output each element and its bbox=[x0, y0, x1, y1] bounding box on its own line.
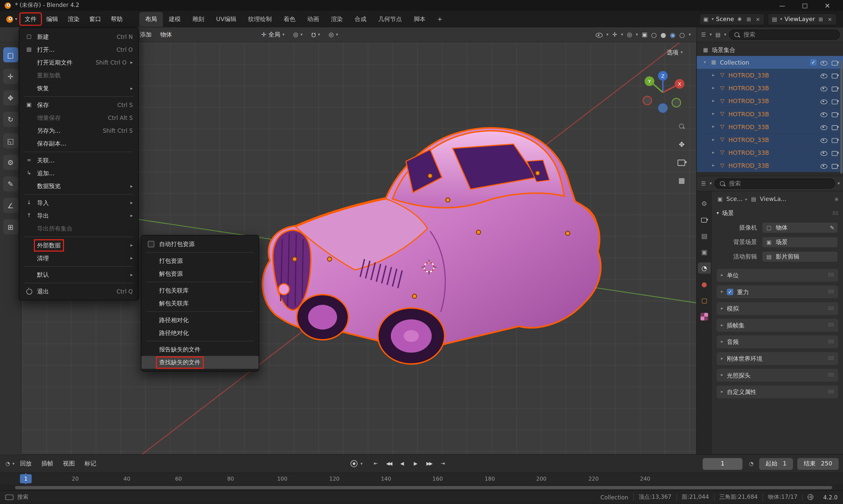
tab-compositing[interactable]: 合成 bbox=[349, 12, 373, 27]
menu-item-report-missing-files[interactable]: 报告缺失的文件 bbox=[141, 343, 258, 356]
hide-viewport-icon[interactable] bbox=[820, 59, 827, 66]
section-rigid-body-world[interactable]: 刚体世界环境 ⠿⠿ bbox=[717, 352, 838, 365]
menu-item-pack-resources[interactable]: 打包资源 bbox=[141, 254, 258, 267]
frame-start-field[interactable]: 起始 1 bbox=[759, 458, 793, 470]
shading-rendered-icon[interactable] bbox=[679, 31, 685, 38]
prev-keyframe-button[interactable] bbox=[382, 458, 395, 469]
camera-field[interactable]: 物体 bbox=[762, 222, 838, 233]
properties-tab-texture[interactable] bbox=[698, 311, 711, 322]
menu-item-defaults[interactable]: 默认 bbox=[19, 268, 138, 281]
scene-selector[interactable]: Scene bbox=[699, 13, 765, 25]
pin-icon[interactable] bbox=[835, 197, 838, 202]
pan-hand-icon[interactable] bbox=[675, 138, 688, 150]
outliner-scrollbar[interactable] bbox=[840, 60, 843, 174]
section-keying-sets[interactable]: 插帧集 ⠿⠿ bbox=[717, 319, 838, 332]
menu-item-export-all-collections[interactable]: 导出所有集合 bbox=[19, 222, 138, 235]
timeline-scrollbar[interactable] bbox=[0, 484, 843, 490]
section-light-probes[interactable]: 光照探头 ⠿⠿ bbox=[717, 369, 838, 382]
hide-viewport-icon[interactable] bbox=[820, 110, 827, 117]
properties-tab-render[interactable] bbox=[698, 214, 711, 225]
tab-animation[interactable]: 动画 bbox=[301, 12, 325, 27]
gizmo-x-neg[interactable] bbox=[643, 96, 651, 105]
scrollbar-thumb[interactable] bbox=[15, 486, 832, 489]
xray-toggle-icon[interactable] bbox=[642, 32, 647, 38]
properties-tab-tool[interactable] bbox=[698, 198, 711, 209]
menu-item-recover[interactable]: 恢复 bbox=[19, 82, 138, 94]
navigation-gizmo[interactable]: Z Y X bbox=[639, 68, 687, 116]
unlink-scene-icon[interactable] bbox=[754, 16, 761, 22]
object-row[interactable]: HOTROD_33B bbox=[697, 107, 843, 120]
menu-file[interactable]: 文件 bbox=[20, 13, 41, 25]
tab-uv-editing[interactable]: UV编辑 bbox=[210, 12, 242, 27]
expand-icon[interactable] bbox=[711, 112, 716, 116]
menu-item-export[interactable]: 导出 bbox=[19, 209, 138, 222]
playback-menu[interactable]: 回放 bbox=[16, 457, 36, 470]
menu-item-pack-linked-libraries[interactable]: 打包关联库 bbox=[141, 284, 258, 297]
disable-render-icon[interactable] bbox=[831, 72, 839, 79]
expand-icon[interactable] bbox=[711, 163, 716, 168]
play-button[interactable] bbox=[410, 458, 422, 469]
marker-menu[interactable]: 标记 bbox=[80, 457, 101, 470]
background-field[interactable]: 场景 bbox=[762, 236, 838, 248]
disable-render-icon[interactable] bbox=[831, 137, 839, 143]
shading-wireframe-icon[interactable] bbox=[651, 31, 657, 38]
hide-viewport-icon[interactable] bbox=[820, 149, 827, 156]
object-row[interactable]: HOTROD_33B bbox=[697, 159, 843, 172]
menu-item-make-paths-absolute[interactable]: 路径绝对化 bbox=[141, 326, 258, 339]
tool-transform[interactable] bbox=[3, 155, 18, 170]
disable-render-icon[interactable] bbox=[831, 124, 839, 130]
properties-tab-object[interactable] bbox=[698, 294, 711, 306]
expand-icon[interactable] bbox=[711, 73, 716, 77]
expand-icon[interactable] bbox=[711, 150, 716, 155]
disable-render-icon[interactable] bbox=[831, 149, 839, 156]
disable-render-icon[interactable] bbox=[831, 110, 839, 117]
hide-viewport-icon[interactable] bbox=[820, 162, 827, 169]
tab-layout[interactable]: 布局 bbox=[139, 12, 163, 27]
tab-sculpting[interactable]: 雕刻 bbox=[186, 12, 210, 27]
transform-orientation-dropdown[interactable]: 全局 bbox=[257, 28, 289, 41]
new-viewlayer-icon[interactable] bbox=[817, 16, 824, 22]
current-frame-field[interactable]: 1 bbox=[703, 458, 742, 470]
remove-viewlayer-icon[interactable] bbox=[826, 16, 833, 22]
pivot-point-dropdown[interactable] bbox=[289, 30, 307, 40]
blender-app-menu[interactable] bbox=[3, 14, 20, 24]
properties-search-input[interactable]: 搜索 bbox=[715, 179, 835, 189]
section-custom-properties[interactable]: 自定义属性 ⠿⠿ bbox=[717, 385, 838, 398]
menu-item-save-as[interactable]: 另存为... Shift Ctrl S bbox=[19, 124, 138, 137]
collection-row[interactable]: Collection bbox=[697, 56, 843, 69]
tool-move[interactable] bbox=[3, 90, 18, 105]
breadcrumb-viewlayer[interactable]: ViewLa... bbox=[760, 196, 787, 203]
hide-viewport-icon[interactable] bbox=[820, 72, 827, 79]
play-reverse-button[interactable] bbox=[396, 458, 409, 469]
outliner-display-mode-icon[interactable] bbox=[715, 32, 721, 37]
expand-icon[interactable] bbox=[711, 125, 716, 129]
section-gravity[interactable]: 重力 ⠿⠿ bbox=[717, 286, 838, 299]
tab-rendering[interactable]: 渲染 bbox=[325, 12, 349, 27]
gizmos-icon[interactable] bbox=[612, 32, 617, 38]
hide-viewport-icon[interactable] bbox=[820, 137, 827, 143]
viewport-options-button[interactable]: 选项 bbox=[663, 47, 686, 58]
tool-select-box[interactable] bbox=[3, 48, 18, 62]
tool-measure[interactable] bbox=[3, 198, 18, 213]
object-row[interactable]: HOTROD_33B bbox=[697, 146, 843, 159]
clip-field[interactable]: 影片剪辑 bbox=[762, 251, 838, 262]
toggle-ortho-icon[interactable] bbox=[675, 174, 688, 186]
menu-item-save-copy[interactable]: 保存副本... bbox=[19, 137, 138, 150]
tool-rotate[interactable] bbox=[3, 112, 18, 127]
frame-end-field[interactable]: 结束 250 bbox=[797, 458, 839, 470]
menu-item-append[interactable]: 追加... bbox=[19, 167, 138, 180]
close-button[interactable] bbox=[816, 0, 839, 11]
show-hide-icon[interactable] bbox=[596, 31, 603, 38]
tab-scripting[interactable]: 脚本 bbox=[408, 12, 432, 27]
scene-panel-header[interactable]: 场景 ⠿⠿ bbox=[717, 209, 838, 217]
overlays-icon[interactable] bbox=[627, 32, 632, 38]
menu-item-revert[interactable]: 重新加载 bbox=[19, 69, 138, 82]
object-menu[interactable]: 物体 bbox=[156, 28, 176, 41]
tab-add-workspace[interactable]: + bbox=[432, 12, 448, 26]
car-model[interactable] bbox=[242, 70, 618, 382]
playhead[interactable]: 1 bbox=[20, 474, 32, 483]
disable-render-icon[interactable] bbox=[831, 85, 839, 92]
menu-item-unpack-resources[interactable]: 解包资源 bbox=[141, 267, 258, 280]
collapse-icon[interactable] bbox=[702, 60, 707, 65]
expand-icon[interactable] bbox=[711, 99, 716, 103]
